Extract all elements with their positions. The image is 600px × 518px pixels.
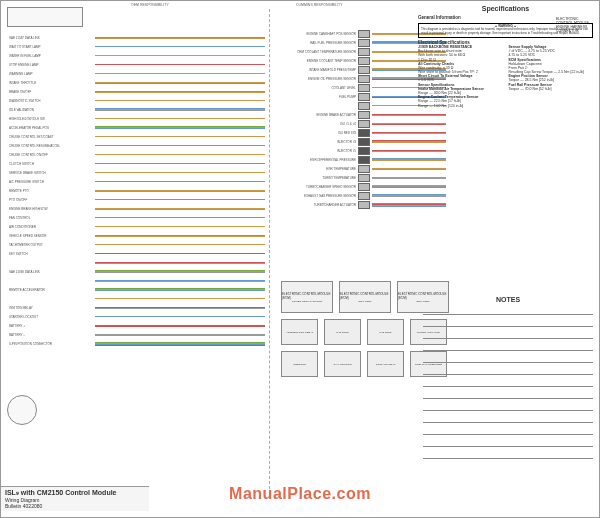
wire-row: [95, 294, 265, 303]
signal-label: VEHICLE SPEED SENSOR: [9, 231, 89, 240]
wire-trace: [95, 206, 265, 211]
signal-label: BATTERY –: [9, 330, 89, 339]
signal-label: INTAKE THROTTLE: [9, 78, 89, 87]
wire-trace: [372, 148, 446, 153]
signal-label: FAN CONTROL: [9, 213, 89, 222]
wire-label: INJ #1 & #4: [281, 122, 356, 126]
signal-label: ACCELERATOR PEDAL POS: [9, 123, 89, 132]
specifications-block: Specifications General Information ▲ WAR…: [418, 5, 593, 108]
wire-row: [95, 312, 265, 321]
connector-icon: [358, 48, 370, 56]
notes-title: NOTES: [423, 296, 593, 303]
wire-trace: [95, 53, 265, 58]
coolant-i1: Range — 14.0 Nm [124 in-lb]: [418, 104, 503, 108]
signal-label: ENGINE BRAKE HIGH/LOW: [9, 204, 89, 213]
wire-label: ENGINE CAMSHAFT POS SENSOR: [281, 32, 356, 36]
oem-side-panel: SAE J1587 DATA LINKWAIT TO START LAMPWAT…: [5, 5, 265, 490]
wire-trace: [95, 314, 265, 319]
connector-diagram: COOLANT TEMP: [367, 351, 404, 377]
wire-row: [95, 105, 265, 114]
wire-row: INJ #1 & #4: [281, 119, 446, 128]
connector-label: ELECTRONIC CONTROL MODULE (ECM): [340, 292, 390, 300]
notes-line: [423, 327, 593, 339]
wire-trace: [95, 143, 265, 148]
wire-trace: [95, 71, 265, 76]
wire-trace: [372, 184, 446, 189]
signal-label: IDLE VALIDATION: [9, 105, 89, 114]
wire-label: TURBOCHARGER ACTUATOR: [281, 203, 356, 207]
wire-label: INTAKE MANIFOLD PRESS/TEMP: [281, 68, 356, 72]
wire-label: TURBO TEMPERATURE: [281, 176, 356, 180]
wire-row: TURBOCHARGER SPEED SENSOR: [281, 182, 446, 191]
wire-label: FUEL PUMP: [281, 95, 356, 99]
signal-label: STOP ENGINE LAMP: [9, 60, 89, 69]
signal-label: [9, 276, 89, 285]
wire-row: [95, 339, 265, 348]
connector-icon: [358, 129, 370, 137]
wire-row: [95, 96, 265, 105]
signal-label: REMOTE PTO: [9, 186, 89, 195]
wire-trace: [95, 215, 265, 220]
connector-label: SAE J1939: [336, 331, 349, 334]
wire-trace: [95, 341, 265, 346]
connector-diagram: SAE J1587: [367, 319, 404, 345]
connector-diagram: ELECTRONIC CONTROL MODULE (ECM)OEM PORT: [339, 281, 391, 313]
wire-trace: [95, 134, 265, 139]
wire-trace: [95, 62, 265, 67]
wire-row: EXHAUST GAS PRESSURE SENSOR: [281, 191, 446, 200]
signal-label: WAIT TO START LAMP: [9, 42, 89, 51]
wire-row: [95, 267, 265, 276]
wire-trace: [372, 139, 446, 144]
wire-trace: [95, 44, 265, 49]
wire-trace: [95, 179, 265, 184]
signal-label: CRUISE CONTROL SET/COAST: [9, 132, 89, 141]
connector-diagram: SAE J1939: [324, 319, 361, 345]
wire-label: EXHAUST GAS PRESSURE SENSOR: [281, 194, 356, 198]
connector-icon: [358, 30, 370, 38]
connector-label: INJECTOR: [293, 363, 305, 366]
wire-row: TURBO TEMPERATURE: [281, 173, 446, 182]
wire-row: [95, 231, 265, 240]
connector-icon: [358, 84, 370, 92]
wire-row: [95, 51, 265, 60]
wire-trace: [372, 121, 446, 126]
notes-line: [423, 387, 593, 399]
wire-trace: [95, 98, 265, 103]
notes-line: [423, 447, 593, 459]
connector-icon: [358, 93, 370, 101]
wire-trace: [95, 161, 265, 166]
wire-label: ENGINE BRAKE ACTUATOR: [281, 113, 356, 117]
connector-icon: [358, 165, 370, 173]
wire-trace: [372, 193, 446, 198]
signal-label: AIR CONDITIONER: [9, 222, 89, 231]
wire-row: [95, 69, 265, 78]
wire-label: COOLANT LEVEL: [281, 86, 356, 90]
spec-columns: J1939 BACKBONE RESISTANCE Backbone wire …: [418, 45, 593, 108]
connector-icon: [358, 57, 370, 65]
connector-icon: [358, 138, 370, 146]
battery-symbol: [7, 395, 37, 425]
notes-line: [423, 411, 593, 423]
signal-label: CRUISE CONTROL ON/OFF: [9, 150, 89, 159]
wiring-diagram-sheet: OEM RESPONSIBILITY CUMMINS RESPONSIBILIT…: [0, 0, 600, 518]
signal-label: PTO ON/OFF: [9, 195, 89, 204]
signal-label: BRAKE ON/OFF: [9, 87, 89, 96]
wire-row: TURBOCHARGER ACTUATOR: [281, 200, 446, 209]
wire-row: [95, 132, 265, 141]
connector-sub: OEM PORT: [358, 300, 371, 303]
wire-row: [95, 42, 265, 51]
connector-icon: [358, 183, 370, 191]
signal-label: SERVICE BRAKE SWITCH: [9, 168, 89, 177]
signal-label: A/C PRESSURE SWITCH: [9, 177, 89, 186]
wire-label: INJECTOR #3: [281, 140, 356, 144]
wire-row: [95, 159, 265, 168]
notes-line: [423, 363, 593, 375]
connector-icon: [358, 66, 370, 74]
signal-label: WATER IN FUEL LAMP: [9, 51, 89, 60]
connector-icon: [358, 102, 370, 110]
warning-box: ▲ WARNING ▲ This diagram is provided as …: [418, 23, 593, 38]
connector-label: CAM POSITION: [333, 363, 351, 366]
notes-line: [423, 423, 593, 435]
notes-line: [423, 435, 593, 447]
wire-trace: [95, 89, 265, 94]
